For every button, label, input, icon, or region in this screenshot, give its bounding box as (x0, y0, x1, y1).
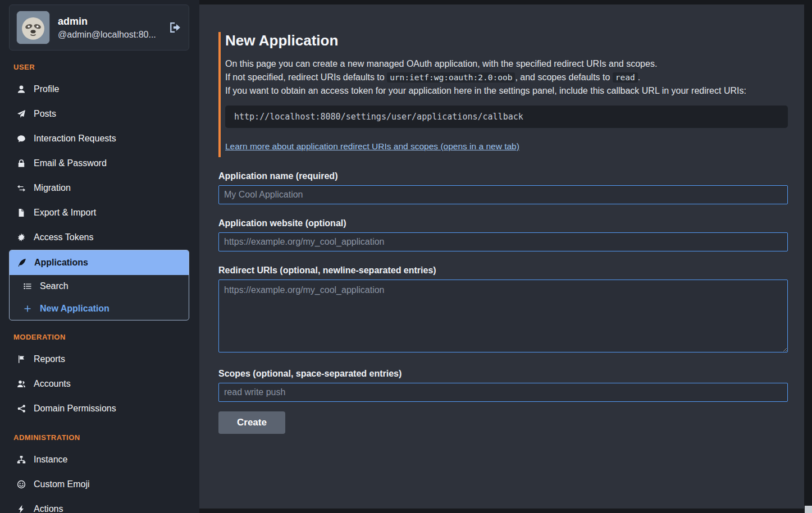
scopes-input[interactable] (218, 383, 788, 402)
intro-line-1: On this page you can create a new manage… (225, 57, 788, 71)
sidebar-item-interaction-requests[interactable]: Interaction Requests (9, 126, 189, 151)
sidebar-item-label: Accounts (34, 378, 71, 390)
sidebar-item-domain-permissions[interactable]: Domain Permissions (9, 396, 189, 421)
users-icon (16, 379, 26, 388)
applications-group: Applications Search New Application (9, 250, 189, 320)
sidebar-item-label: Search (40, 281, 69, 292)
bolt-icon (16, 505, 26, 513)
new-application-section: New Application On this page you can cre… (199, 4, 804, 456)
intro-block: New Application On this page you can cre… (218, 32, 788, 157)
sidebar-item-label: Posts (34, 108, 56, 120)
application-website-input[interactable] (218, 232, 788, 251)
sidebar-item-actions[interactable]: Actions (9, 497, 189, 513)
text-segment: . (638, 72, 640, 82)
callback-url-code: http://localhost:8080/settings/user/appl… (225, 106, 788, 128)
plus-icon (22, 304, 33, 313)
sidebar-item-label: Access Tokens (34, 232, 93, 243)
sidebar-item-applications[interactable]: Applications (10, 250, 189, 275)
section-title-administration: ADMINISTRATION (13, 433, 185, 442)
comment-icon (16, 134, 26, 143)
scrollbar-corner (805, 506, 812, 513)
sidebar-item-label: Actions (34, 503, 63, 513)
scopes-label: Scopes (optional, space-separated entrie… (218, 369, 788, 379)
sidebar: admin @admin@localhost:80... USER Profil… (0, 0, 199, 513)
sidebar-item-migration[interactable]: Migration (9, 176, 189, 200)
sidebar-item-custom-emoji[interactable]: Custom Emoji (9, 472, 189, 497)
sidebar-item-label: Interaction Requests (34, 133, 116, 144)
inline-code-read: read (613, 72, 638, 83)
intro-line-2: If not specified, redirect URIs defaults… (225, 71, 788, 84)
sidebar-item-label: Applications (34, 257, 88, 268)
token-icon (16, 233, 26, 242)
application-website-label: Application website (optional) (218, 218, 788, 228)
export-icon (16, 208, 26, 217)
user-info: admin @admin@localhost:80... (58, 16, 156, 40)
lock-icon (16, 159, 26, 168)
user-name: admin (58, 16, 156, 28)
section-title-moderation: MODERATION (13, 333, 185, 341)
sidebar-item-label: Domain Permissions (34, 403, 116, 414)
sidebar-item-accounts[interactable]: Accounts (9, 372, 189, 396)
sidebar-nav: USER Profile Posts Interaction Requests … (9, 63, 189, 513)
docs-link[interactable]: Learn more about application redirect UR… (225, 141, 519, 152)
new-application-form: Application name (required) Application … (218, 171, 788, 434)
feather-icon (16, 258, 27, 267)
migration-icon (16, 184, 26, 193)
intro-line-3: If you want to obtain an access token fo… (225, 84, 788, 98)
sidebar-item-reports[interactable]: Reports (9, 347, 189, 372)
sidebar-item-profile[interactable]: Profile (9, 77, 189, 102)
smiley-icon (16, 480, 26, 489)
inline-code-oob: urn:ietf:wg:oauth:2.0:oob (387, 72, 515, 83)
sidebar-item-label: Instance (34, 454, 67, 465)
intro-text: On this page you can create a new manage… (225, 57, 788, 98)
user-handle: @admin@localhost:80... (58, 30, 156, 40)
redirect-uris-textarea[interactable] (218, 280, 788, 352)
sidebar-item-label: Migration (34, 182, 71, 194)
sidebar-item-label: Custom Emoji (34, 479, 90, 490)
main-panel: New Application On this page you can cre… (199, 4, 804, 509)
create-button[interactable]: Create (218, 411, 285, 434)
sidebar-item-access-tokens[interactable]: Access Tokens (9, 225, 189, 250)
page-title: New Application (225, 32, 788, 49)
application-name-label: Application name (required) (218, 171, 788, 181)
sidebar-item-label: Email & Password (34, 158, 107, 169)
sidebar-item-instance[interactable]: Instance (9, 447, 189, 472)
flag-icon (16, 355, 26, 364)
sign-out-icon[interactable] (168, 21, 182, 34)
sloth-avatar (17, 11, 49, 44)
sitemap-icon (16, 455, 26, 464)
text-segment: If not specified, redirect URIs defaults… (225, 72, 387, 82)
user-icon (16, 85, 26, 94)
user-card[interactable]: admin @admin@localhost:80... (9, 4, 189, 51)
sidebar-item-label: Export & Import (34, 207, 96, 218)
section-title-user: USER (13, 63, 185, 71)
sidebar-item-posts[interactable]: Posts (9, 102, 189, 126)
sidebar-item-label: New Application (40, 303, 110, 314)
avatar (16, 11, 50, 44)
list-icon (22, 282, 33, 291)
sidebar-item-email-password[interactable]: Email & Password (9, 151, 189, 176)
application-name-input[interactable] (218, 185, 788, 204)
sidebar-item-label: Profile (34, 84, 59, 95)
share-icon (16, 404, 26, 413)
redirect-uris-label: Redirect URIs (optional, newline-separat… (218, 265, 788, 276)
text-segment: , and scopes defaults to (515, 72, 612, 82)
paper-plane-icon (16, 109, 26, 118)
sidebar-item-export-import[interactable]: Export & Import (9, 200, 189, 225)
sidebar-item-applications-search[interactable]: Search (10, 275, 189, 297)
sidebar-item-new-application[interactable]: New Application (10, 297, 189, 320)
sidebar-item-label: Reports (34, 354, 65, 365)
